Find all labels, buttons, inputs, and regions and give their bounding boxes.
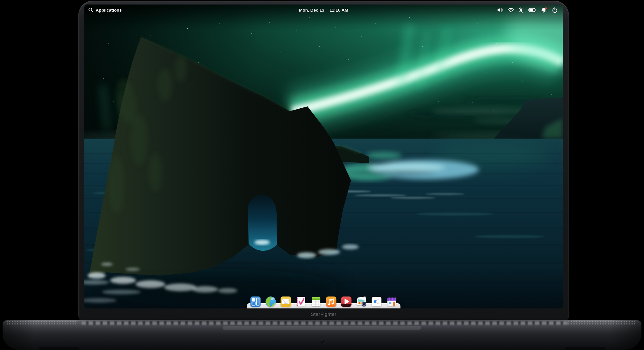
bluetooth-icon[interactable] <box>518 7 524 13</box>
wifi-icon[interactable] <box>508 7 514 13</box>
applications-menu[interactable]: Applications <box>88 7 122 13</box>
dock-item-videos-play-icon[interactable] <box>341 296 352 307</box>
keyboard-edge <box>81 321 568 325</box>
dock-item-music-note-icon[interactable] <box>326 296 337 307</box>
rubber-foot-left <box>39 347 79 350</box>
date-label: Mon, Dec 13 <box>299 8 325 13</box>
front-pinhole <box>320 340 324 343</box>
plank-dock <box>247 295 401 308</box>
dock-item-multitasking-icon[interactable] <box>250 296 261 307</box>
desktop-screenshot: { "device": { "brand_label": "StarFighte… <box>0 0 644 350</box>
power-icon[interactable] <box>552 7 558 13</box>
volume-icon[interactable] <box>497 7 503 13</box>
battery-icon[interactable] <box>528 7 536 13</box>
speaker-grille-right <box>568 321 637 325</box>
speaker-grille-left <box>7 321 76 325</box>
notifications-icon[interactable] <box>541 7 547 13</box>
time-label: 11:16 AM <box>329 8 348 13</box>
bezel-brand-label: StarFighter <box>78 311 569 317</box>
dock-item-settings-switchboard-icon[interactable] <box>371 296 383 307</box>
magnifier-icon <box>88 7 93 13</box>
datetime-indicator[interactable]: Mon, Dec 13 11:16 AM <box>299 8 348 13</box>
dock-item-web-globe-icon[interactable] <box>265 296 277 307</box>
system-indicators <box>497 7 558 13</box>
laptop-lid: Applications Mon, Dec 13 11:16 AM <box>78 1 569 322</box>
rubber-foot-right <box>565 347 605 350</box>
dock-item-appcenter-storefront-icon[interactable] <box>386 296 398 307</box>
dock-item-mail-envelope-icon[interactable] <box>280 296 292 307</box>
dock-icons <box>250 296 398 307</box>
applications-label: Applications <box>96 8 122 13</box>
screen: Applications Mon, Dec 13 11:16 AM <box>84 5 563 308</box>
dock-item-tasks-checklist-icon[interactable] <box>295 296 307 307</box>
wallpaper-sea-arch-aurora <box>84 5 563 308</box>
palm-rest-lip <box>223 325 421 330</box>
dock-item-photos-icon[interactable] <box>356 296 367 307</box>
dock-item-calendar-icon[interactable] <box>310 296 322 307</box>
wingpanel: Applications Mon, Dec 13 11:16 AM <box>84 5 563 15</box>
laptop-base <box>3 320 641 350</box>
